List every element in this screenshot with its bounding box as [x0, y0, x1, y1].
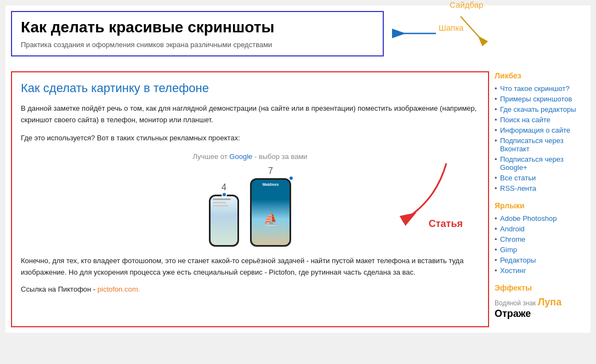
phone-2: 7 Maldives ⛵ [250, 166, 291, 247]
header-subtitle: Практика создания и оформления снимков э… [21, 41, 374, 49]
list-item[interactable]: Подписаться через Google+ [495, 154, 585, 173]
sidebar-title-yarlyki: Ярлыки [495, 201, 585, 210]
list-item[interactable]: Подписаться через Вконтакт [495, 135, 585, 154]
article-title: Как сделать картинку в телефоне [21, 81, 479, 95]
phone-1-dot [222, 192, 227, 197]
list-item[interactable]: Adobe Photoshop [495, 213, 585, 224]
sidebar-list-yarlyki: Adobe Photoshop Android Chrome Gimp Реда… [495, 213, 585, 276]
main-layout: Как сделать картинку в телефоне В данной… [11, 71, 585, 327]
sidebar-list-likbez: Что такое скриншот? Примеры скриншотов Г… [495, 83, 585, 194]
sidebar-section-likbez: Ликбез Что такое скриншот? Примеры скрин… [495, 71, 585, 194]
link-prefix: Ссылка на Пиктофон - [21, 285, 98, 293]
list-item[interactable]: Примеры скриншотов [495, 94, 585, 104]
phone-1: 4 [209, 183, 239, 247]
annotation-saydbar-label: Сайдбар [450, 0, 483, 9]
page-wrapper: Как делать красивые скриншоты Практика с… [5, 5, 591, 333]
sidebar-title-likbez: Ликбез [495, 71, 585, 80]
sidebar-bottom-small: Водяной знак Лупа Отраже [495, 297, 585, 320]
list-item[interactable]: Информация о сайте [495, 125, 585, 135]
list-item[interactable]: Редакторы [495, 255, 585, 265]
article-text-2: Где это используется? Вот в таких стильн… [21, 133, 479, 144]
list-item[interactable]: RSS-лента [495, 183, 585, 194]
sidebar-section-yarlyki: Ярлыки Adobe Photoshop Android Chrome Gi… [495, 201, 585, 276]
maldives-label: Maldives [252, 183, 290, 186]
ad-label: Лучшее от Google - выбор за вами [21, 152, 479, 161]
sidebar: Ликбез Что такое скриншот? Примеры скрин… [495, 71, 585, 327]
article-text-3: Конечно, для тех, кто владеет фотошопом,… [21, 255, 479, 278]
bottom-small-text: Водяной знак [495, 299, 536, 307]
article-section: Как сделать картинку в телефоне В данной… [11, 71, 489, 327]
svg-line-3 [461, 16, 485, 44]
list-item[interactable]: Что такое скриншот? [495, 83, 585, 94]
ad-google-link[interactable]: Google [229, 152, 252, 161]
lupa-label: Лупа [538, 297, 562, 308]
pictofon-link[interactable]: pictofon.com. [98, 285, 140, 293]
phone-2-body: Maldives ⛵ [250, 178, 291, 247]
ad-prefix: Лучшее от [192, 152, 227, 161]
ad-suffix: - выбор за вами [254, 152, 308, 161]
list-item[interactable]: Где скачать редакторы [495, 104, 585, 115]
otraje-label: Отраже [495, 308, 531, 319]
list-item[interactable]: Хостинг [495, 265, 585, 276]
sidebar-section-effekty: Эффекты Водяной знак Лупа Отраже [495, 283, 585, 320]
list-item[interactable]: Chrome [495, 234, 585, 244]
article-text-1: В данной заметке пойдёт речь о том, как … [21, 103, 479, 126]
yellow-arrow [458, 14, 491, 49]
list-item[interactable]: Android [495, 224, 585, 234]
page-title: Как делать красивые скриншоты [21, 19, 374, 36]
list-item[interactable]: Все статьи [495, 173, 585, 183]
annotation-statya-label: Статья [429, 218, 463, 230]
list-item[interactable]: Gimp [495, 244, 585, 255]
header-box: Как делать красивые скриншоты Практика с… [11, 11, 384, 56]
phone-2-number: 7 [268, 166, 273, 176]
article-link-line: Ссылка на Пиктофон - pictofon.com. [21, 285, 479, 293]
list-item[interactable]: Поиск на сайте [495, 115, 585, 125]
sidebar-title-effekty: Эффекты [495, 283, 585, 292]
blue-arrow [389, 27, 439, 42]
phone-1-number: 4 [222, 183, 226, 192]
phone-2-dot [288, 175, 294, 181]
phone-1-body [209, 195, 239, 247]
